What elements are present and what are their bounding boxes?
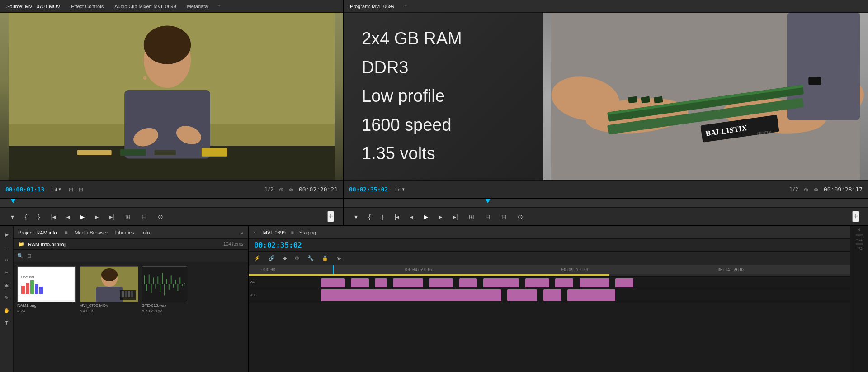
clip-v4-6[interactable] xyxy=(459,278,477,288)
clip-v4-2[interactable] xyxy=(351,278,369,288)
thumb-ram-bg: RAM info xyxy=(18,267,75,302)
clip-v4-11[interactable] xyxy=(615,278,633,288)
program-zoom2-icon[interactable]: ⊗ xyxy=(814,186,818,193)
tl-wrench-icon[interactable]: 🔧 xyxy=(306,254,316,262)
tab-info[interactable]: Info xyxy=(142,230,150,235)
program-mark-out-icon[interactable]: } xyxy=(380,212,386,221)
source-go-out-icon[interactable]: ▸| xyxy=(108,212,116,221)
program-overwrite-icon[interactable]: ⊟ xyxy=(483,212,492,221)
program-trim-icon[interactable]: ⊟ xyxy=(500,212,509,221)
tl-lock-v3-icon[interactable]: 🔒 xyxy=(320,254,330,262)
program-step-back-icon[interactable]: ▾ xyxy=(353,212,359,221)
bar-g xyxy=(30,280,34,294)
program-zoom-icon[interactable]: ⊕ xyxy=(804,186,808,193)
source-settings-icon[interactable]: ⊞ xyxy=(69,186,73,193)
source-fit-button[interactable]: Fit ▼ xyxy=(50,186,63,193)
project-item-ram1[interactable]: RAM info RAM1.png 4:23 xyxy=(17,266,76,368)
tool-ripple[interactable]: ↔ xyxy=(2,255,11,264)
clip-v4-4[interactable] xyxy=(393,278,423,288)
tool-type[interactable]: T xyxy=(2,319,11,328)
tab-source[interactable]: Source: MVI_0701.MOV xyxy=(5,3,62,10)
program-fit-button[interactable]: Fit ▼ xyxy=(393,186,407,193)
tab-libraries[interactable]: Libraries xyxy=(115,230,134,235)
program-panel-menu-icon[interactable]: ≡ xyxy=(404,4,407,9)
track-v3[interactable]: V3 xyxy=(249,287,850,303)
clip-v4-8[interactable] xyxy=(525,278,549,288)
program-prev-frame-icon[interactable]: ◂ xyxy=(408,212,415,221)
source-ruler[interactable] xyxy=(0,198,343,207)
source-overlay-icon[interactable]: ⊟ xyxy=(79,186,83,193)
source-panel-menu-icon[interactable]: ≡ xyxy=(217,4,220,9)
program-playhead[interactable] xyxy=(485,199,491,207)
tab-program[interactable]: Program: MVI_0699 xyxy=(348,3,396,10)
source-prev-frame-icon[interactable]: ◂ xyxy=(65,212,71,221)
tab-effect-controls[interactable]: Effect Controls xyxy=(69,3,105,10)
source-mark-in-icon[interactable]: { xyxy=(23,212,29,221)
tool-slip[interactable]: ⊞ xyxy=(2,281,11,290)
tl-add-marker-icon[interactable]: ◆ xyxy=(281,254,288,262)
clip-v4-3[interactable] xyxy=(375,278,387,288)
clip-v4-5[interactable] xyxy=(429,278,453,288)
source-add-button[interactable]: + xyxy=(327,211,334,222)
tool-razor[interactable]: ✂ xyxy=(2,268,11,277)
source-zoom2-icon[interactable]: ⊗ xyxy=(289,186,293,193)
svg-rect-25 xyxy=(654,96,663,104)
tl-eye-v3-icon[interactable]: 👁 xyxy=(335,255,343,262)
source-play-button[interactable]: ▸ xyxy=(79,211,86,223)
source-playhead[interactable] xyxy=(10,199,16,207)
project-item-mvi0700[interactable]: MVI_0700.MOV 5:41:13 xyxy=(80,266,138,368)
tool-select[interactable]: ▶ xyxy=(2,230,11,239)
program-insert-icon[interactable]: ⊞ xyxy=(467,212,476,221)
clip-v3-main[interactable] xyxy=(321,289,501,301)
timeline-tracks[interactable]: :00:00 00:04:59:16 00:09:59:09 00:14:59:… xyxy=(249,265,850,372)
source-overwrite-icon[interactable]: ⊟ xyxy=(140,212,149,221)
tl-link-icon[interactable]: 🔗 xyxy=(267,254,277,262)
clip-v4-9[interactable] xyxy=(555,278,573,288)
program-add-button[interactable]: + xyxy=(852,211,859,222)
program-mark-in-icon[interactable]: { xyxy=(367,212,373,221)
tool-pen[interactable]: ✎ xyxy=(2,293,11,302)
source-next-frame-icon[interactable]: ▸ xyxy=(94,212,100,221)
tl-settings-icon[interactable]: ⚙ xyxy=(293,254,301,262)
tab-project[interactable]: Project: RAM info xyxy=(18,230,57,235)
project-menu-icon[interactable]: ≡ xyxy=(65,230,68,235)
source-insert-icon[interactable]: ⊞ xyxy=(123,212,132,221)
clip-v3-3[interactable] xyxy=(543,289,561,301)
tool-track-select[interactable]: ⋯ xyxy=(2,243,11,252)
program-camera-icon[interactable]: ⊙ xyxy=(516,212,525,221)
tab-staging[interactable]: Staging xyxy=(299,230,316,235)
program-ruler[interactable] xyxy=(344,198,868,207)
timeline-playhead[interactable] xyxy=(333,265,334,274)
tab-metadata[interactable]: Metadata xyxy=(185,3,210,10)
project-search-icon[interactable]: 🔍 xyxy=(17,253,24,259)
source-zoom-icon[interactable]: ⊕ xyxy=(279,186,283,193)
overlay-line-4: 1.35 volts xyxy=(362,143,525,164)
program-play-button[interactable]: ▸ xyxy=(422,211,430,223)
tab-media-browser[interactable]: Media Browser xyxy=(75,230,108,235)
timeline-tools-bar: ⚡ 🔗 ◆ ⚙ 🔧 🔒 👁 xyxy=(249,252,850,265)
tl-snap-icon[interactable]: ⚡ xyxy=(252,254,262,262)
timeline-tab-close-icon[interactable]: × xyxy=(253,230,256,235)
program-go-in-icon[interactable]: |◂ xyxy=(392,212,401,221)
program-hands-svg: BALLISTIX SPORT AL xyxy=(543,13,868,180)
source-mark-out-icon[interactable]: } xyxy=(36,212,42,221)
clip-v3-4[interactable] xyxy=(567,289,615,301)
tool-hand[interactable]: ✋ xyxy=(2,306,11,315)
source-go-in-icon[interactable]: |◂ xyxy=(49,212,57,221)
program-panel: Program: MVI_0699 ≡ 2x4 GB RAM DDR3 Low … xyxy=(344,0,868,225)
clip-v4-7[interactable] xyxy=(483,278,519,288)
timeline-menu-icon[interactable]: ≡ xyxy=(291,230,294,235)
tab-audio-mixer[interactable]: Audio Clip Mixer: MVI_0699 xyxy=(113,3,178,10)
clip-v4-10[interactable] xyxy=(580,278,610,288)
project-item-ste015[interactable]: STE-015.wav 5:39:22152 xyxy=(142,266,187,368)
source-camera-icon[interactable]: ⊙ xyxy=(156,212,165,221)
track-v4[interactable]: V4 xyxy=(249,277,850,287)
program-next-frame-icon[interactable]: ▸ xyxy=(437,212,444,221)
clip-v3-2[interactable] xyxy=(507,289,538,301)
clip-v4-1[interactable] xyxy=(321,278,345,288)
project-new-folder-icon[interactable]: ⊞ xyxy=(27,253,31,259)
tab-mvi0699[interactable]: MVI_0699 xyxy=(263,230,286,235)
source-step-back-icon[interactable]: ▾ xyxy=(9,212,16,221)
project-expand-icon[interactable]: » xyxy=(241,230,243,235)
program-go-out-icon[interactable]: ▸| xyxy=(451,212,460,221)
